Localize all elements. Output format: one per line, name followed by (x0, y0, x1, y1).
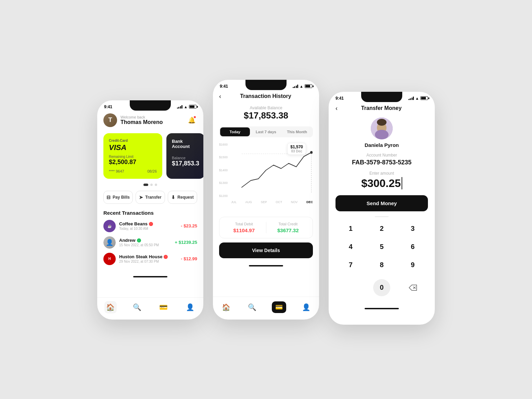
card-expiry: 08/26 (147, 169, 157, 173)
nav2-profile[interactable]: 👤 (300, 301, 312, 313)
andrew-name: Andrew ↓ (119, 238, 172, 243)
total-debit: Total Debit $1104.97 (225, 222, 263, 233)
tab-month[interactable]: This Month (282, 127, 312, 136)
bank-balance-label: Balance (172, 156, 199, 160)
huston-badge: ↑ (164, 255, 168, 259)
debit-amount: $1104.97 (225, 227, 263, 233)
send-money-button[interactable]: Send Money (335, 195, 428, 211)
bottom-nav-2: 🏠 🔍 💳 👤 (213, 297, 319, 316)
phone-home: 9:41 ▲ T Welcome back Thomas Moreno (97, 100, 203, 320)
andrew-logo: 👤 (103, 236, 116, 249)
user-avatar-img: T (103, 113, 117, 127)
dot-1 (143, 184, 148, 186)
view-details-button[interactable]: View Details (219, 242, 313, 258)
nav2-wallet[interactable]: 💳 (272, 301, 286, 313)
amount-label: Enter amount (335, 171, 428, 176)
user-header: T Welcome back Thomas Moreno 🔔 (103, 113, 197, 127)
credit-amount: $3677.32 (269, 227, 307, 233)
credit-label: Total Credit (269, 222, 307, 226)
chart-area: $1600 $1500 $1400 $1300 $1200 (219, 143, 313, 211)
phone-transfer: 9:41 ▲ ‹ Transfer Money (329, 92, 435, 325)
zero-button[interactable]: 0 (373, 279, 390, 296)
bank-card[interactable]: Bank Account Balance $17,853.3 (166, 133, 203, 179)
coffee-info: Coffee Beans ↑ Today, at 10:30 AM (119, 221, 177, 230)
key-7[interactable]: 7 (335, 256, 366, 274)
huston-info: Huston Steak House ↑ 29 Nov 2022, at 07:… (119, 254, 177, 263)
tab-7days[interactable]: Last 7 days (251, 127, 281, 136)
key-2[interactable]: 2 (367, 220, 397, 237)
battery-icon-2 (305, 84, 312, 88)
tooltip-amount: $1,570 (290, 145, 303, 149)
bank-card-title: Bank Account (172, 139, 199, 149)
recipient-name: Daniela Pyron (335, 142, 428, 148)
key-1[interactable]: 1 (335, 220, 366, 237)
pay-bills-button[interactable]: ⊟ Pay Bills (103, 191, 133, 204)
transaction-huston[interactable]: H Huston Steak House ↑ 29 Nov 2022, at 0… (103, 253, 197, 265)
amount-display: $300.25 (335, 177, 428, 190)
balance-label: Available Balance (219, 105, 313, 110)
key-4[interactable]: 4 (335, 238, 366, 255)
signal-icon-3 (408, 97, 414, 100)
nav-home[interactable]: 🏠 (104, 301, 117, 313)
andrew-amount: + $1239.25 (175, 240, 197, 245)
status-time-1: 9:41 (104, 104, 112, 109)
card-limit-label: Remaining Limit (109, 155, 157, 159)
svg-point-4 (310, 151, 313, 154)
bell-button[interactable]: 🔔 (186, 115, 197, 126)
status-icons-1: ▲ (177, 105, 197, 109)
key-0[interactable]: 0 (367, 274, 397, 301)
home-content: T Welcome back Thomas Moreno 🔔 Credit-Ca… (97, 111, 203, 275)
tab-today[interactable]: Today (220, 127, 250, 136)
key-backspace[interactable] (397, 274, 428, 301)
transaction-coffee[interactable]: ☕ Coffee Beans ↑ Today, at 10:30 AM - $2… (103, 220, 197, 232)
pay-bills-icon: ⊟ (106, 195, 111, 200)
key-5[interactable]: 5 (367, 238, 397, 255)
nav-profile[interactable]: 👤 (184, 301, 196, 313)
card-brand: VISA (109, 143, 157, 152)
text-cursor (402, 177, 402, 189)
key-9[interactable]: 9 (397, 256, 428, 274)
bottom-nav-1: 🏠 🔍 💳 👤 (97, 297, 203, 316)
transfer-button[interactable]: ➤ Transfer (136, 191, 165, 204)
key-8[interactable]: 8 (367, 256, 397, 274)
phone-notch (130, 100, 171, 111)
avatar: T (103, 113, 117, 127)
key-3[interactable]: 3 (397, 220, 428, 237)
back-header-3: ‹ Transfer Money (335, 105, 428, 112)
home-indicator-3 (365, 308, 399, 309)
transaction-andrew[interactable]: 👤 Andrew ↓ 15 Nov 2022, at 05:50 PM + $1… (103, 236, 197, 249)
back-button-3[interactable]: ‹ (335, 105, 338, 112)
key-6[interactable]: 6 (397, 238, 428, 255)
user-name: Thomas Moreno (121, 119, 163, 125)
keypad: 1 2 3 4 5 6 7 8 9 0 (335, 220, 428, 301)
back-button[interactable]: ‹ (219, 93, 221, 100)
pay-bills-label: Pay Bills (113, 195, 130, 200)
status-time-3: 9:41 (335, 96, 344, 101)
summary-card: Total Debit $1104.97 Total Credit $3677.… (219, 217, 313, 238)
transactions-title: Recent Transactions (103, 210, 197, 216)
coffee-badge: ↑ (149, 222, 153, 226)
andrew-badge: ↓ (137, 238, 141, 242)
huston-logo: H (103, 253, 116, 265)
nav-search[interactable]: 🔍 (131, 301, 143, 313)
battery-icon-3 (420, 96, 428, 100)
page-title-history: Transaction History (225, 93, 313, 99)
nav2-search[interactable]: 🔍 (246, 301, 258, 313)
phone-history: 9:41 ▲ ‹ Transaction History Available B… (213, 80, 319, 320)
home-indicator-1 (133, 276, 167, 277)
coffee-logo: ☕ (103, 220, 116, 232)
user-info: T Welcome back Thomas Moreno (103, 113, 163, 127)
nav2-home[interactable]: 🏠 (220, 301, 232, 313)
wifi-icon-3: ▲ (415, 96, 419, 100)
home-indicator-2 (249, 265, 283, 266)
amount-section: Enter amount $300.25 (335, 171, 428, 190)
request-button[interactable]: ⬇ Request (168, 191, 197, 204)
huston-amount: - $12.99 (181, 256, 197, 261)
welcome-text: Welcome back (121, 115, 163, 119)
dot-3 (155, 184, 157, 186)
credit-card[interactable]: Credit-Card VISA Remaining Limit $2,500.… (103, 133, 162, 179)
chart-x-labels: JUL AUG SEP OCT NOV DEC (219, 200, 313, 204)
signal-icon (177, 105, 183, 109)
debit-label: Total Debit (225, 222, 263, 226)
nav-wallet[interactable]: 💳 (157, 301, 170, 313)
